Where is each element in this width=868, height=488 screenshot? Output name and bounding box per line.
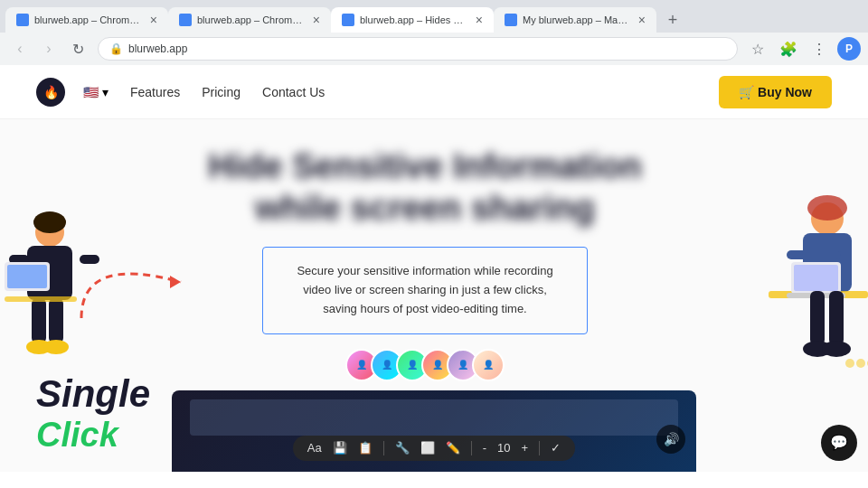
video-thumbnail: Aa 💾 📋 🔧 ⬜ ✏️ - 10 + ✓ 🔊 bbox=[172, 390, 696, 472]
chat-bubble[interactable]: 💬 bbox=[821, 425, 857, 461]
browser-tab-1[interactable]: blurweb.app – Chrome Web St... × bbox=[5, 7, 168, 33]
nav-links: Features Pricing Contact Us bbox=[130, 85, 325, 99]
video-section: Aa 💾 📋 🔧 ⬜ ✏️ - 10 + ✓ 🔊 bbox=[172, 390, 696, 472]
reload-button[interactable]: ↻ bbox=[65, 36, 90, 61]
description-box: Secure your sensitive information while … bbox=[262, 247, 588, 333]
svg-point-24 bbox=[845, 359, 854, 368]
nav-link-contact[interactable]: Contact Us bbox=[262, 85, 325, 99]
nav-buttons: ‹ › ↻ bbox=[7, 36, 90, 61]
tab-favicon-3 bbox=[342, 14, 354, 26]
browser-tab-3[interactable]: blurweb.app – Hides sensitive ... × bbox=[331, 7, 494, 33]
svg-rect-7 bbox=[32, 298, 46, 343]
vtb-copy-btn[interactable]: 📋 bbox=[358, 441, 373, 455]
svg-rect-21 bbox=[829, 291, 844, 345]
lock-icon: 🔒 bbox=[109, 42, 123, 55]
tab-close-1[interactable]: × bbox=[150, 13, 157, 27]
address-bar[interactable]: 🔒 blurweb.app bbox=[98, 37, 738, 61]
figure-right bbox=[741, 192, 868, 427]
svg-rect-18 bbox=[794, 265, 838, 291]
tab-title-2: blurweb.app – Chrome Web St... bbox=[197, 14, 304, 25]
page-content: 🔥 🇺🇸 ▾ Features Pricing Contact Us 🛒 Buy… bbox=[0, 65, 868, 488]
headline: Hide Sensitive Information while screen … bbox=[145, 146, 705, 229]
tab-close-4[interactable]: × bbox=[638, 13, 646, 27]
svg-rect-8 bbox=[49, 298, 63, 343]
svg-rect-6 bbox=[7, 265, 47, 288]
description-text: Secure your sensitive information while … bbox=[297, 264, 552, 315]
vtb-num-btn: 10 bbox=[497, 441, 510, 455]
new-tab-button[interactable]: + bbox=[660, 7, 685, 33]
navbar: 🔥 🇺🇸 ▾ Features Pricing Contact Us 🛒 Buy… bbox=[0, 65, 868, 119]
vtb-divider-1 bbox=[383, 441, 384, 455]
vtb-save-btn[interactable]: 💾 bbox=[333, 441, 347, 455]
tab-favicon-2 bbox=[179, 14, 192, 26]
avatars-row: 👤 👤 👤 👤 👤 👤 bbox=[145, 349, 705, 381]
video-toolbar: Aa 💾 📋 🔧 ⬜ ✏️ - 10 + ✓ bbox=[293, 436, 575, 461]
hero-section: Hide Sensitive Information while screen … bbox=[0, 119, 868, 472]
forward-button[interactable]: › bbox=[36, 36, 61, 61]
svg-point-13 bbox=[807, 195, 847, 221]
tab-title-1: blurweb.app – Chrome Web St... bbox=[34, 14, 141, 25]
svg-rect-4 bbox=[80, 255, 99, 264]
address-text: blurweb.app bbox=[128, 42, 187, 55]
tab-favicon-1 bbox=[16, 14, 29, 26]
browser-tab-2[interactable]: blurweb.app – Chrome Web St... × bbox=[168, 7, 331, 33]
tab-title-3: blurweb.app – Hides sensitive ... bbox=[360, 14, 467, 25]
single-label: Single bbox=[36, 372, 150, 415]
nav-link-pricing[interactable]: Pricing bbox=[202, 85, 241, 99]
vtb-check-btn[interactable]: ✓ bbox=[551, 441, 561, 455]
headline-line1: Hide Sensitive Information bbox=[145, 146, 705, 188]
avatar-6: 👤 bbox=[472, 349, 505, 381]
svg-point-1 bbox=[33, 211, 66, 233]
single-click-text: Single Click bbox=[36, 372, 150, 455]
volume-button[interactable]: 🔊 bbox=[656, 425, 685, 454]
menu-button[interactable]: ⋮ bbox=[807, 36, 832, 61]
vtb-plus-btn[interactable]: + bbox=[522, 441, 529, 455]
vtb-pen-btn[interactable]: ✏️ bbox=[446, 441, 460, 455]
svg-rect-15 bbox=[787, 250, 841, 259]
tab-title-4: My blurweb.app – Manage you... bbox=[523, 14, 629, 25]
svg-point-25 bbox=[856, 359, 865, 368]
nav-link-features[interactable]: Features bbox=[130, 85, 180, 99]
browser-tabs: blurweb.app – Chrome Web St... × blurweb… bbox=[0, 0, 868, 33]
browser-tab-4[interactable]: My blurweb.app – Manage you... × bbox=[494, 7, 656, 33]
extensions-button[interactable]: 🧩 bbox=[776, 36, 801, 61]
navbar-buy-button[interactable]: 🛒 Buy Now bbox=[719, 76, 832, 108]
browser-toolbar: ‹ › ↻ 🔒 blurweb.app ☆ 🧩 ⋮ P bbox=[0, 33, 868, 65]
browser-chrome: blurweb.app – Chrome Web St... × blurweb… bbox=[0, 0, 868, 65]
svg-point-10 bbox=[43, 340, 69, 354]
svg-point-23 bbox=[822, 341, 851, 357]
profile-avatar[interactable]: P bbox=[837, 37, 861, 61]
flag-chevron: ▾ bbox=[102, 85, 108, 99]
tab-close-2[interactable]: × bbox=[313, 13, 320, 27]
svg-rect-11 bbox=[5, 296, 77, 302]
vtb-divider-2 bbox=[471, 441, 472, 455]
vtb-font-btn[interactable]: Aa bbox=[307, 441, 322, 455]
nav-logo[interactable]: 🔥 bbox=[36, 78, 65, 107]
vtb-minus-btn[interactable]: - bbox=[483, 441, 486, 455]
tab-favicon-4 bbox=[505, 14, 517, 26]
toolbar-right-icons: ☆ 🧩 ⋮ P bbox=[745, 36, 861, 61]
nav-flag[interactable]: 🇺🇸 ▾ bbox=[83, 85, 108, 99]
bookmark-button[interactable]: ☆ bbox=[745, 36, 770, 61]
vtb-divider-3 bbox=[539, 441, 540, 455]
vtb-tool-btn[interactable]: 🔧 bbox=[395, 441, 410, 455]
back-button[interactable]: ‹ bbox=[7, 36, 33, 61]
svg-rect-20 bbox=[810, 291, 825, 345]
click-label: Click bbox=[36, 416, 150, 455]
vtb-box-btn[interactable]: ⬜ bbox=[420, 441, 435, 455]
headline-line2: while screen sharing bbox=[145, 188, 705, 230]
flag-icon: 🇺🇸 bbox=[83, 85, 99, 99]
tab-close-3[interactable]: × bbox=[476, 13, 483, 27]
